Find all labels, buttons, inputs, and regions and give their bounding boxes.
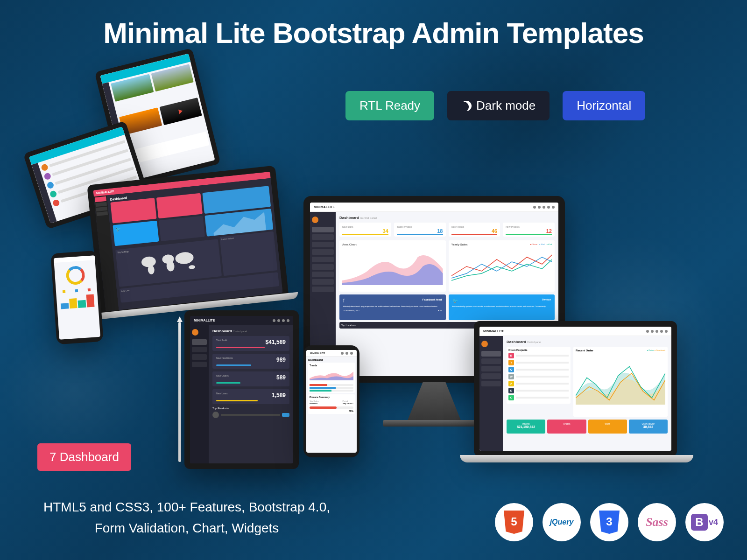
open-projects-label: Open Projects bbox=[508, 349, 569, 351]
apple-pencil bbox=[178, 322, 181, 462]
html5-icon bbox=[495, 503, 533, 541]
recent-order-card[interactable]: Recent Order ● Online ● Downloads bbox=[573, 347, 668, 417]
fb-text: Holisticly benchmark plug imperatives fo… bbox=[343, 305, 442, 308]
dashboard-title: Dashboard bbox=[308, 358, 355, 361]
feature-badges: RTL Ready Dark mode Horizontal bbox=[345, 91, 645, 120]
stat-card[interactable] bbox=[159, 216, 205, 241]
income-card[interactable]: Income $21,150,542 bbox=[507, 420, 545, 434]
sidebar-item[interactable] bbox=[481, 358, 501, 364]
stat-users[interactable]: New Users1,589 bbox=[212, 389, 289, 404]
activity-card[interactable]: User Activity 30,542 bbox=[629, 420, 668, 434]
avatar[interactable] bbox=[312, 217, 318, 223]
stat-new-users[interactable]: New users34 bbox=[339, 223, 391, 237]
dashboard-count-badge: 7 Dashboard bbox=[37, 443, 131, 471]
fb-title: Facebook feed bbox=[422, 298, 442, 301]
moon-icon bbox=[461, 101, 472, 111]
project-item[interactable]: C bbox=[508, 395, 569, 400]
sidebar-item[interactable] bbox=[192, 354, 207, 360]
gallery-tile[interactable] bbox=[159, 98, 202, 125]
tw-title: Twitter bbox=[542, 298, 551, 301]
project-item[interactable]: B bbox=[508, 353, 569, 358]
project-item[interactable]: A bbox=[508, 381, 569, 386]
open-projects-card: Open Projects BYQWADC bbox=[507, 347, 571, 404]
facebook-card[interactable]: Facebook feed f Holisticly benchmark plu… bbox=[339, 294, 446, 320]
tw-text: Enthusiastically optimize cross-media ma… bbox=[452, 305, 551, 308]
dark-sidebar bbox=[190, 325, 209, 463]
visits-card[interactable]: Visits bbox=[588, 420, 627, 434]
project-item[interactable]: D bbox=[508, 388, 569, 393]
tablet-dark-mockup: MINIMALLITE Dashboard Control panel Tota… bbox=[184, 310, 299, 469]
dark-topbar: MINIMALLITE bbox=[190, 316, 293, 325]
donut-chart[interactable] bbox=[65, 266, 85, 286]
jquery-icon: jQuery bbox=[543, 503, 581, 541]
stat-feedbacks[interactable]: New Feedbacks989 bbox=[212, 354, 289, 369]
stat-card[interactable] bbox=[110, 198, 156, 224]
css3-icon bbox=[590, 503, 628, 541]
twitter-card[interactable]: Twitter 🐦 Enthusiastically optimize cros… bbox=[449, 294, 555, 320]
stat-orders[interactable]: New Orders589 bbox=[212, 371, 289, 386]
dark-mode-badge[interactable]: Dark mode bbox=[447, 91, 550, 120]
sidebar-item[interactable] bbox=[95, 202, 107, 207]
sidebar-item[interactable] bbox=[481, 351, 501, 357]
dashboard-header: Dashboard Control panel bbox=[507, 340, 668, 344]
imac-base bbox=[383, 420, 486, 427]
sidebar-item[interactable] bbox=[481, 381, 501, 386]
rtl-badge[interactable]: RTL Ready bbox=[345, 91, 434, 120]
dark-label: Dark mode bbox=[476, 98, 536, 113]
finance-label: Finance Summary bbox=[310, 396, 353, 399]
project-item[interactable]: Q bbox=[508, 367, 569, 372]
sidebar-item[interactable] bbox=[312, 242, 334, 247]
brand-label: MINIMALLITE bbox=[310, 352, 325, 355]
sidebar-item[interactable] bbox=[312, 234, 334, 240]
sidebar-item[interactable] bbox=[95, 196, 106, 202]
legend-dot bbox=[75, 289, 78, 292]
project-item[interactable]: Y bbox=[508, 360, 569, 365]
sidebar-item[interactable] bbox=[312, 279, 334, 285]
brand-label: MINIMALLITE bbox=[483, 329, 504, 333]
stat-projects[interactable]: New Projects12 bbox=[503, 223, 555, 237]
avatar[interactable] bbox=[192, 329, 198, 336]
sidebar-item[interactable] bbox=[96, 207, 107, 211]
visitors-card[interactable]: Current Visitors bbox=[219, 231, 277, 276]
sidebar-item[interactable] bbox=[312, 287, 334, 292]
sidebar-item[interactable] bbox=[481, 373, 501, 379]
tech-stack-icons: jQuery Sass B v4 bbox=[495, 503, 724, 541]
area-chart-card[interactable]: Area Chart bbox=[339, 240, 446, 292]
sidebar-item[interactable] bbox=[312, 249, 334, 255]
product-badge bbox=[282, 413, 289, 417]
sidebar-item[interactable] bbox=[96, 211, 108, 216]
sidebar-item[interactable] bbox=[192, 362, 207, 367]
sidebar-item[interactable] bbox=[192, 347, 207, 352]
stat-invoices[interactable]: Today invoices18 bbox=[394, 223, 446, 237]
stat-card[interactable] bbox=[156, 193, 203, 219]
laptop-dark-mockup: MINIMALLITE Dashboard 🐦 bbox=[87, 166, 289, 318]
legend-dot bbox=[63, 290, 65, 293]
yearly-sales-card[interactable]: Yearly Sales ● iPhone ● iPad ● iPod bbox=[449, 240, 555, 292]
stat-issues[interactable]: Open issues46 bbox=[449, 223, 500, 237]
sidebar-item[interactable] bbox=[481, 366, 501, 371]
phone-donut-mockup bbox=[50, 251, 103, 345]
svg-point-5 bbox=[189, 265, 196, 269]
sidebar-item[interactable] bbox=[312, 257, 334, 262]
page-title: Minimal Lite Bootstrap Admin Templates bbox=[103, 16, 643, 49]
horizontal-badge[interactable]: Horizontal bbox=[563, 91, 645, 120]
project-item[interactable]: W bbox=[508, 374, 569, 379]
chart-title: Yearly Sales bbox=[451, 243, 468, 246]
stat-total-profit[interactable]: Total Profit$41,589 bbox=[212, 336, 289, 351]
twitter-card[interactable]: 🐦 bbox=[113, 221, 159, 246]
fb-date: 23 November, 2017 bbox=[343, 309, 359, 312]
sidebar-item-dashboard[interactable] bbox=[312, 227, 334, 232]
sidebar-item[interactable] bbox=[312, 272, 334, 277]
orders-card[interactable]: Orders bbox=[547, 420, 586, 434]
sidebar-item[interactable] bbox=[312, 264, 334, 270]
sidebar-item[interactable] bbox=[192, 339, 207, 345]
lr-sidebar bbox=[479, 336, 503, 451]
gallery-caption bbox=[127, 131, 209, 164]
laptop-base bbox=[460, 455, 693, 462]
imac-topbar: MINIMALLITE bbox=[310, 203, 558, 212]
world-map-label: World Map bbox=[117, 250, 129, 253]
avatar[interactable] bbox=[481, 341, 488, 347]
phone-topbar bbox=[54, 255, 95, 263]
horizontal-label: Horizontal bbox=[577, 98, 631, 113]
laptop-recent-mockup: MINIMALLITE Dashboard Control panel Open… bbox=[474, 321, 677, 456]
